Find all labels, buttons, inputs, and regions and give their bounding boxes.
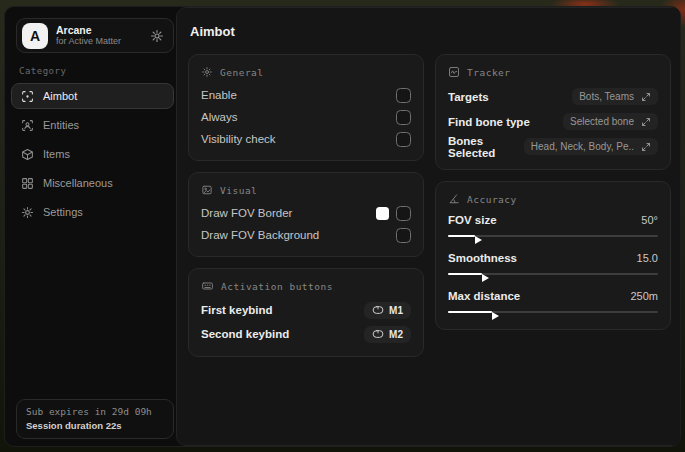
activation-card-title: Activation buttons <box>201 280 411 292</box>
activation-row-second-keybind: Second keybind M2 <box>201 322 411 346</box>
visual-card-title: Visual <box>201 184 411 196</box>
targets-dropdown[interactable]: Bots, Teams <box>572 88 658 105</box>
brand-text: Arcane for Active Matter <box>56 24 142 46</box>
session-duration-text: Session duration 22s <box>26 420 164 431</box>
fov-size-slider[interactable] <box>448 231 658 241</box>
draw-fov-border-checkbox[interactable] <box>396 206 411 221</box>
dropdown-value: Selected bone <box>570 116 634 127</box>
sidebar-item-miscellaneous[interactable]: Miscellaneous <box>11 170 174 196</box>
tracker-row-find-bone-type: Find bone type Selected bone <box>448 109 658 134</box>
bones-selected-dropdown[interactable]: Head, Neck, Body, Pe.. <box>524 138 658 155</box>
cheat-menu-window: A Arcane for Active Matter Category <box>4 6 681 447</box>
expand-icon <box>641 142 651 152</box>
cube-icon <box>21 148 34 161</box>
general-row-always: Always <box>201 106 411 128</box>
activation-card: Activation buttons First keybind M1 <box>188 268 424 357</box>
right-column: Tracker Targets Bots, Teams <box>435 54 671 330</box>
smoothness-slider[interactable] <box>448 269 658 279</box>
row-label: Visibility check <box>201 133 276 145</box>
row-label: Second keybind <box>201 328 289 340</box>
row-label: First keybind <box>201 304 273 316</box>
expand-icon <box>641 117 651 127</box>
angle-icon <box>448 193 460 205</box>
fov-border-color-swatch[interactable] <box>376 207 389 220</box>
sidebar-item-label: Entities <box>43 119 79 131</box>
visual-card: Visual Draw FOV Border Draw FOV Backgrou… <box>188 172 424 257</box>
fov-size-value: 50° <box>641 214 658 226</box>
general-row-enable: Enable <box>201 84 411 106</box>
first-keybind-button[interactable]: M1 <box>364 302 411 319</box>
sidebar-item-entities[interactable]: Entities <box>11 112 174 138</box>
sidebar: A Arcane for Active Matter Category <box>5 7 176 446</box>
card-title-label: Visual <box>220 185 257 196</box>
category-nav: Aimbot Entities <box>5 83 176 225</box>
tracker-row-bones-selected: Bones Selected Head, Neck, Body, Pe.. <box>448 134 658 159</box>
sidebar-item-label: Miscellaneous <box>43 177 113 189</box>
slider-thumb[interactable] <box>492 312 499 320</box>
row-label: Enable <box>201 89 237 101</box>
keyboard-icon <box>201 280 214 292</box>
page-title: Aimbot <box>190 24 671 39</box>
always-checkbox[interactable] <box>396 110 411 125</box>
expand-icon <box>641 92 651 102</box>
accuracy-row-max-distance: Max distance 250m <box>448 287 658 317</box>
visual-row-fov-border: Draw FOV Border <box>201 202 411 224</box>
draw-fov-background-checkbox[interactable] <box>396 228 411 243</box>
activation-row-first-keybind: First keybind M1 <box>201 298 411 322</box>
keybind-value: M1 <box>389 305 403 316</box>
sidebar-item-settings[interactable]: Settings <box>11 199 174 225</box>
sidebar-item-label: Items <box>43 148 70 160</box>
tracker-card: Tracker Targets Bots, Teams <box>435 54 671 170</box>
row-label: Smoothness <box>448 252 517 264</box>
gear-icon[interactable] <box>150 29 164 43</box>
left-column: General Enable Always Visibility check <box>188 54 424 357</box>
card-title-label: Accuracy <box>467 194 517 205</box>
crosshair-icon <box>21 90 34 103</box>
row-label: Find bone type <box>448 116 530 128</box>
columns: General Enable Always Visibility check <box>188 54 671 357</box>
slider-fill <box>448 311 492 313</box>
general-card: General Enable Always Visibility check <box>188 54 424 161</box>
accuracy-row-fov-size: FOV size 50° <box>448 211 658 241</box>
visual-row-fov-background: Draw FOV Background <box>201 224 411 246</box>
max-distance-slider[interactable] <box>448 307 658 317</box>
grid-icon <box>21 177 34 190</box>
mouse-icon <box>372 305 384 315</box>
sidebar-item-label: Settings <box>43 206 83 218</box>
max-distance-value: 250m <box>630 290 658 302</box>
card-title-label: Tracker <box>467 67 511 78</box>
row-label: Max distance <box>448 290 520 302</box>
sidebar-item-items[interactable]: Items <box>11 141 174 167</box>
subscription-box: Sub expires in 29d 09h Session duration … <box>16 399 174 439</box>
keybind-value: M2 <box>389 329 403 340</box>
tracker-row-targets: Targets Bots, Teams <box>448 84 658 109</box>
person-scan-icon <box>21 119 34 132</box>
enable-checkbox[interactable] <box>396 88 411 103</box>
brand-logo: A <box>22 23 48 49</box>
general-row-visibility-check: Visibility check <box>201 128 411 150</box>
adjustments-icon <box>201 66 213 78</box>
slider-thumb[interactable] <box>482 274 489 282</box>
row-label: FOV size <box>448 214 497 226</box>
sidebar-item-aimbot[interactable]: Aimbot <box>11 83 174 109</box>
row-label: Draw FOV Background <box>201 229 319 241</box>
slider-fill <box>448 235 475 237</box>
find-bone-type-dropdown[interactable]: Selected bone <box>563 113 658 130</box>
row-label: Targets <box>448 91 489 103</box>
row-label: Bones Selected <box>448 135 524 159</box>
tracker-card-title: Tracker <box>448 66 658 78</box>
fov-border-controls <box>376 206 411 221</box>
general-card-title: General <box>201 66 411 78</box>
dropdown-value: Head, Neck, Body, Pe.. <box>531 141 634 152</box>
mouse-icon <box>372 329 384 339</box>
card-title-label: Activation buttons <box>221 281 333 292</box>
main-panel: Aimbot General Enable <box>176 7 681 446</box>
sub-expires-text: Sub expires in 29d 09h <box>26 406 164 417</box>
second-keybind-button[interactable]: M2 <box>364 326 411 343</box>
radar-icon <box>448 66 460 78</box>
accuracy-card-title: Accuracy <box>448 193 658 205</box>
visibility-check-checkbox[interactable] <box>396 132 411 147</box>
card-title-label: General <box>220 67 264 78</box>
slider-thumb[interactable] <box>475 236 482 244</box>
slider-fill <box>448 273 482 275</box>
